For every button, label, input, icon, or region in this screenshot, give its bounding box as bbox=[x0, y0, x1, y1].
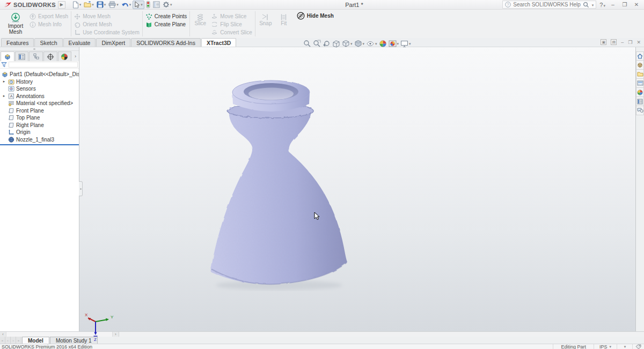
display-style-icon[interactable] bbox=[354, 40, 365, 48]
solidworks-resources-button[interactable] bbox=[636, 51, 644, 61]
zoom-to-area-icon[interactable] bbox=[313, 40, 321, 48]
options-button[interactable] bbox=[162, 1, 173, 9]
menu-flyout-arrow[interactable]: ▶ bbox=[58, 1, 65, 9]
undo-arrow-icon bbox=[121, 2, 129, 8]
tab-display-manager[interactable] bbox=[58, 51, 72, 61]
new-document-icon bbox=[72, 1, 79, 9]
hide-mesh-button[interactable]: Hide Mesh bbox=[297, 12, 334, 19]
rebuild-button[interactable] bbox=[145, 1, 151, 9]
tree-item-front-plane[interactable]: Front Plane bbox=[0, 107, 79, 115]
mesh-model-nozzle[interactable] bbox=[79, 47, 635, 331]
open-button[interactable] bbox=[83, 1, 95, 9]
edit-appearance-icon[interactable] bbox=[379, 40, 387, 48]
view-orientation-icon[interactable] bbox=[342, 40, 353, 48]
file-properties-button[interactable] bbox=[152, 1, 161, 9]
tags-button[interactable] bbox=[632, 344, 644, 349]
folder-icon bbox=[637, 71, 643, 77]
tree-item-sensors[interactable]: Sensors bbox=[0, 85, 79, 93]
doc-close-button[interactable]: ✕ bbox=[636, 40, 641, 45]
solidworks-forum-button[interactable] bbox=[636, 106, 644, 115]
tab-solidworks-add-ins[interactable]: SOLIDWORKS Add-Ins bbox=[131, 38, 201, 47]
print-icon bbox=[108, 1, 116, 8]
hide-show-items-icon[interactable] bbox=[366, 40, 377, 48]
filter-funnel-icon[interactable] bbox=[1, 62, 7, 68]
hide-mesh-icon bbox=[297, 12, 305, 20]
design-library-button[interactable] bbox=[636, 61, 644, 70]
tab-features[interactable]: Features bbox=[1, 38, 34, 47]
select-tool-button[interactable] bbox=[133, 1, 144, 9]
create-points-button[interactable]: Create Points bbox=[145, 13, 187, 20]
rollback-bar[interactable] bbox=[0, 144, 79, 145]
tab-configuration-manager[interactable] bbox=[29, 51, 43, 61]
tab-feature-tree[interactable] bbox=[1, 51, 14, 61]
use-coordinate-system-button[interactable]: Use Coordinate System bbox=[74, 29, 140, 36]
doc-restore-button[interactable]: ❐ bbox=[628, 40, 632, 45]
graphics-viewport[interactable]: X Y Z bbox=[79, 47, 635, 331]
save-button[interactable] bbox=[96, 1, 107, 9]
next-tab-button[interactable]: › bbox=[11, 337, 16, 344]
export-mesh-button[interactable]: Export Mesh bbox=[30, 13, 68, 20]
units-selector[interactable]: IPS bbox=[594, 344, 617, 349]
tree-root-part[interactable]: Part1 (Default<<Default>_Display State bbox=[0, 71, 79, 78]
zoom-to-fit-icon[interactable] bbox=[303, 40, 311, 48]
tree-item-history[interactable]: History bbox=[0, 78, 79, 86]
orient-mesh-button[interactable]: Orient Mesh bbox=[74, 21, 140, 28]
prev-tab-button[interactable]: ‹ bbox=[5, 337, 11, 344]
fit-button[interactable]: Fit bbox=[276, 11, 291, 37]
tab-dimxpert-manager[interactable] bbox=[43, 51, 57, 61]
appearances-scenes-button[interactable] bbox=[636, 88, 644, 97]
apply-scene-icon[interactable] bbox=[389, 40, 399, 48]
move-slice-button[interactable]: Move Slice bbox=[211, 13, 252, 20]
tab-model[interactable]: Model bbox=[22, 337, 49, 344]
view-palette-button[interactable] bbox=[636, 79, 644, 88]
previous-view-icon[interactable] bbox=[323, 40, 331, 48]
search-scope-caret-icon[interactable] bbox=[591, 2, 594, 8]
tab-evaluate[interactable]: Evaluate bbox=[63, 38, 96, 47]
units-dropdown[interactable] bbox=[617, 344, 632, 349]
import-mesh-button[interactable]: Import Mesh bbox=[5, 11, 26, 37]
tree-item-nozzle-mesh[interactable]: Nozzle_1_final3 bbox=[0, 136, 79, 144]
undo-button[interactable] bbox=[120, 1, 133, 9]
tree-item-material[interactable]: Material <not specified> bbox=[0, 100, 79, 107]
tab-property-manager[interactable] bbox=[15, 51, 29, 61]
panel-top-splitter[interactable] bbox=[0, 47, 79, 51]
tree-item-top-plane[interactable]: Top Plane bbox=[0, 114, 79, 122]
view-settings-icon[interactable] bbox=[400, 40, 411, 48]
first-tab-button[interactable]: « bbox=[0, 337, 5, 344]
minimize-button[interactable]: – bbox=[609, 2, 617, 8]
tree-item-origin[interactable]: Origin bbox=[0, 129, 79, 136]
expand-arrow-icon[interactable] bbox=[2, 94, 6, 98]
create-plane-button[interactable]: Create Plane bbox=[145, 21, 187, 28]
last-tab-button[interactable]: » bbox=[16, 337, 21, 344]
convert-slice-button[interactable]: Convert Slice bbox=[211, 29, 252, 36]
close-button[interactable]: ✕ bbox=[632, 2, 641, 8]
print-button[interactable] bbox=[107, 1, 120, 9]
custom-properties-button[interactable] bbox=[636, 97, 644, 106]
restore-button[interactable]: ❐ bbox=[620, 2, 629, 8]
tree-filter-input[interactable] bbox=[9, 62, 78, 68]
scroll-left-arrow-icon[interactable]: ‹ bbox=[0, 332, 6, 337]
edition-label: SOLIDWORKS Premium 2016 x64 Edition bbox=[2, 344, 92, 349]
panel-tabs-overflow-arrow[interactable]: › bbox=[72, 51, 79, 61]
expand-arrow-icon[interactable] bbox=[2, 79, 6, 84]
mesh-info-button[interactable]: Mesh Info bbox=[30, 21, 68, 28]
move-mesh-button[interactable]: Move Mesh bbox=[74, 13, 140, 20]
ribbon-expand-icon[interactable]: ▤ bbox=[611, 39, 617, 45]
tree-item-right-plane[interactable]: Right Plane bbox=[0, 122, 79, 129]
tab-sketch[interactable]: Sketch bbox=[34, 38, 62, 47]
slice-button[interactable]: Slice bbox=[193, 11, 208, 37]
tree-item-annotations[interactable]: A Annotations bbox=[0, 93, 79, 100]
ribbon-pin-icon[interactable]: ▣ bbox=[601, 39, 606, 45]
snap-button[interactable]: Snap bbox=[258, 11, 273, 37]
app-name: SOLIDWORKS bbox=[13, 2, 56, 8]
section-view-icon[interactable] bbox=[332, 40, 340, 48]
move-slice-icon bbox=[211, 13, 218, 19]
flip-slice-button[interactable]: Flip Slice bbox=[211, 21, 252, 28]
doc-minimize-button[interactable]: – bbox=[621, 40, 624, 45]
help-search-box[interactable]: ? Search SOLIDWORKS Help bbox=[502, 1, 596, 9]
new-document-button[interactable] bbox=[71, 1, 83, 9]
tab-dimxpert[interactable]: DimXpert bbox=[96, 38, 130, 47]
file-explorer-button[interactable] bbox=[636, 70, 644, 79]
tab-xtract3d[interactable]: XTract3D bbox=[201, 38, 237, 47]
help-menu-button[interactable]: ? bbox=[599, 2, 605, 8]
